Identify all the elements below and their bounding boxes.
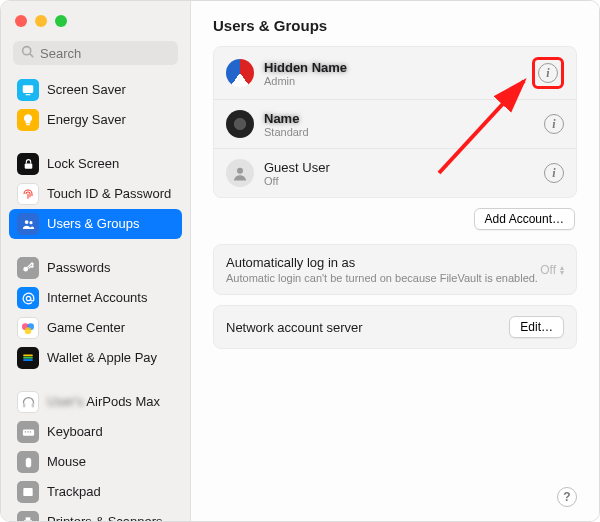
sidebar-item-label: Mouse	[47, 454, 174, 471]
auto-login-card: Automatically log in as Automatic login …	[213, 244, 577, 295]
bulb-icon	[17, 109, 39, 131]
svg-point-12	[25, 327, 32, 334]
sidebar-item-label: Trackpad	[47, 484, 174, 501]
user-row[interactable]: Name Standard i	[214, 100, 576, 149]
add-account-button[interactable]: Add Account…	[474, 208, 575, 230]
sidebar-item-keyboard[interactable]: Keyboard	[9, 417, 182, 447]
sidebar-item-touch-id-password[interactable]: Touch ID & Password	[9, 179, 182, 209]
sidebar-item-label: Wallet & Apple Pay	[47, 350, 174, 367]
gamecenter-icon	[17, 317, 39, 339]
sidebar-item-label: Touch ID & Password	[47, 186, 174, 203]
user-role: Off	[264, 175, 534, 187]
page-title: Users & Groups	[213, 17, 577, 34]
sidebar-item-internet-accounts[interactable]: Internet Accounts	[9, 283, 182, 313]
add-account-row: Add Account…	[215, 208, 575, 230]
auto-login-row[interactable]: Automatically log in as Automatic login …	[214, 245, 576, 294]
updown-icon: ▴▾	[560, 265, 564, 275]
user-row[interactable]: Hidden Name Admin i	[214, 47, 576, 100]
at-icon	[17, 287, 39, 309]
svg-rect-2	[23, 85, 34, 93]
sidebar-item-wallet-apple-pay[interactable]: Wallet & Apple Pay	[9, 343, 182, 373]
info-button[interactable]: i	[544, 114, 564, 134]
zoom-window-button[interactable]	[55, 15, 67, 27]
help-button[interactable]: ?	[557, 487, 577, 507]
sidebar-item-label: Passwords	[47, 260, 174, 277]
svg-point-7	[29, 221, 32, 224]
svg-rect-24	[24, 520, 32, 521]
svg-rect-23	[23, 488, 32, 496]
svg-point-0	[23, 47, 31, 55]
svg-rect-13	[23, 355, 32, 357]
avatar	[226, 59, 254, 87]
auto-login-value: Off ▴▾	[540, 263, 564, 277]
svg-rect-16	[22, 403, 25, 407]
key-icon	[17, 257, 39, 279]
sidebar-item-users-groups[interactable]: Users & Groups	[9, 209, 182, 239]
mouse-icon	[17, 451, 39, 473]
sidebar-item-game-center[interactable]: Game Center	[9, 313, 182, 343]
sidebar-item-label: Energy Saver	[47, 112, 174, 129]
sidebar: Screen Saver Energy Saver Lock Screen	[1, 1, 191, 521]
close-window-button[interactable]	[15, 15, 27, 27]
avatar	[226, 159, 254, 187]
sidebar-item-label: Screen Saver	[47, 82, 174, 99]
network-server-card: Network account server Edit…	[213, 305, 577, 349]
svg-rect-19	[24, 431, 25, 432]
svg-rect-20	[27, 431, 28, 432]
avatar	[226, 110, 254, 138]
highlight-annotation: i	[532, 57, 564, 89]
user-row[interactable]: Guest User Off i	[214, 149, 576, 197]
user-text: Hidden Name Admin	[264, 60, 522, 87]
info-button[interactable]: i	[538, 63, 558, 83]
setting-sub: Automatic login can't be turned on becau…	[226, 272, 538, 284]
sidebar-nav: Screen Saver Energy Saver Lock Screen	[1, 75, 190, 521]
sidebar-item-label: Internet Accounts	[47, 290, 174, 307]
sidebar-item-passwords[interactable]: Passwords	[9, 253, 182, 283]
network-server-row: Network account server Edit…	[214, 306, 576, 348]
svg-rect-17	[31, 403, 34, 407]
setting-label: Network account server	[226, 320, 363, 335]
users-icon	[17, 213, 39, 235]
system-settings-window: Screen Saver Energy Saver Lock Screen	[0, 0, 600, 522]
svg-point-8	[23, 267, 28, 272]
setting-label: Automatically log in as	[226, 255, 538, 270]
sidebar-item-label: User's AirPods Max	[47, 394, 174, 411]
sidebar-item-energy-saver[interactable]: Energy Saver	[9, 105, 182, 135]
user-role: Admin	[264, 75, 522, 87]
keyboard-icon	[17, 421, 39, 443]
edit-button[interactable]: Edit…	[509, 316, 564, 338]
sidebar-item-trackpad[interactable]: Trackpad	[9, 477, 182, 507]
user-text: Name Standard	[264, 111, 534, 138]
user-role: Standard	[264, 126, 534, 138]
sidebar-item-printers-scanners[interactable]: Printers & Scanners	[9, 507, 182, 521]
sidebar-item-airpods-max[interactable]: User's AirPods Max	[9, 387, 182, 417]
window-controls	[1, 11, 190, 35]
minimize-window-button[interactable]	[35, 15, 47, 27]
sidebar-item-label: Game Center	[47, 320, 174, 337]
search-input[interactable]	[40, 46, 170, 61]
sidebar-item-screen-saver[interactable]: Screen Saver	[9, 75, 182, 105]
sidebar-item-label: Printers & Scanners	[47, 514, 174, 521]
screensaver-icon	[17, 79, 39, 101]
printer-icon	[17, 511, 39, 521]
sidebar-item-mouse[interactable]: Mouse	[9, 447, 182, 477]
user-text: Guest User Off	[264, 160, 534, 187]
sidebar-item-lock-screen[interactable]: Lock Screen	[9, 149, 182, 179]
svg-point-27	[237, 168, 243, 174]
svg-rect-5	[24, 163, 32, 168]
svg-line-1	[30, 54, 33, 57]
svg-rect-3	[26, 94, 31, 95]
info-button[interactable]: i	[544, 163, 564, 183]
user-name: Hidden Name	[264, 60, 522, 75]
sidebar-item-label: Users & Groups	[47, 216, 174, 233]
content-pane: Users & Groups Hidden Name Admin i Name …	[191, 1, 599, 521]
svg-rect-22	[25, 457, 30, 467]
headphones-icon	[17, 391, 39, 413]
user-name: Guest User	[264, 160, 534, 175]
svg-point-6	[24, 220, 28, 224]
svg-rect-15	[23, 359, 32, 361]
users-list: Hidden Name Admin i Name Standard i	[213, 46, 577, 198]
search-field[interactable]	[13, 41, 178, 65]
trackpad-icon	[17, 481, 39, 503]
wallet-icon	[17, 347, 39, 369]
